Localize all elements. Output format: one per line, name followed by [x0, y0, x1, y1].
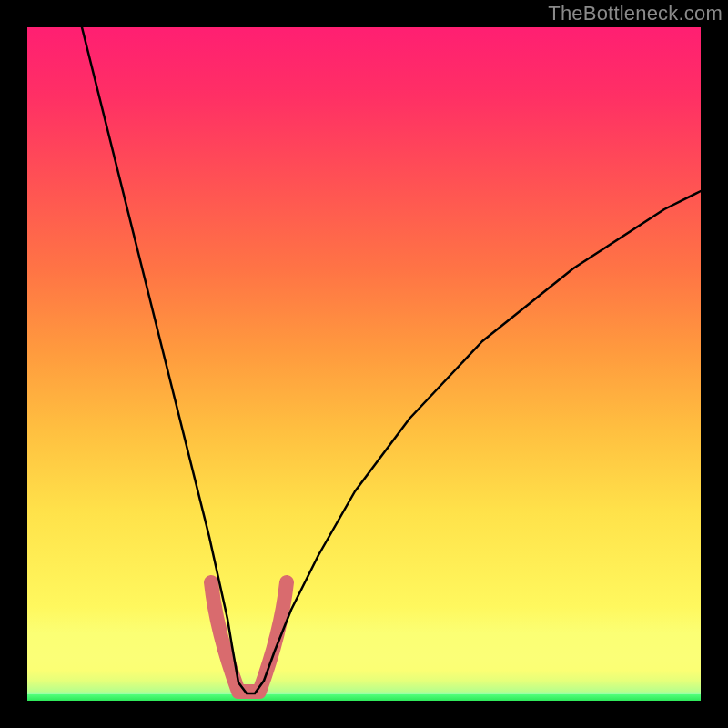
curve-layer [27, 27, 701, 701]
watermark-text: TheBottleneck.com [548, 2, 723, 25]
bottleneck-curve [82, 27, 701, 693]
plot-area [27, 27, 701, 701]
outer-frame: TheBottleneck.com [0, 0, 728, 728]
